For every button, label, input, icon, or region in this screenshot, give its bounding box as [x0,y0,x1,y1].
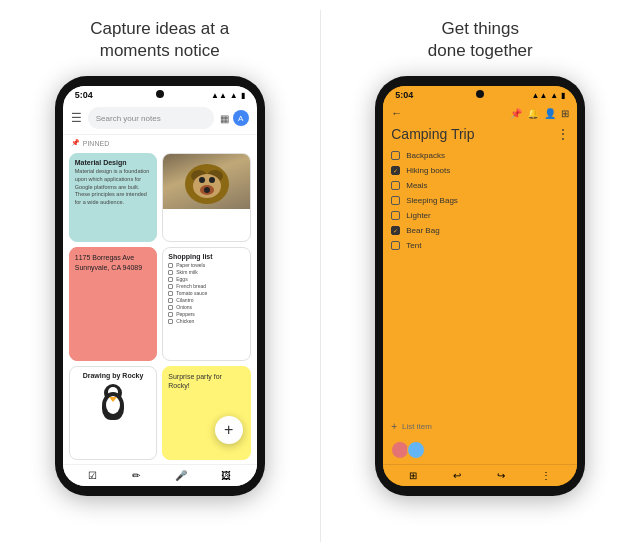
redo-icon[interactable]: ↪ [497,470,505,481]
note-shopping[interactable]: Shopping list Paper towels Skim milk Egg… [162,247,251,361]
pinned-label: 📌 PINNED [63,135,257,149]
address-text: 1175 Borregas Ave Sunnyvale, CA 94089 [75,253,152,273]
note-material-design[interactable]: Material Design Material design is a fou… [69,153,158,242]
drawing-label: Drawing by Rocky [83,372,144,379]
grid-icon[interactable]: ▦ [220,113,229,124]
check-tent[interactable]: Tent [391,238,569,253]
dog-svg [177,154,237,209]
right-phone-screen: 5:04 ▲▲ ▲ ▮ ← 📌 🔔 👤 ⊞ Camping T [383,86,577,486]
pin-toolbar-icon[interactable]: 📌 [510,108,522,119]
check-sleeping[interactable]: Sleeping Bags [391,193,569,208]
camera-dot [156,90,164,98]
check-backpacks[interactable]: Backpacks [391,148,569,163]
checkbox-sleeping[interactable] [391,196,400,205]
bottom-nav-right: ⊞ ↩ ↪ ⋮ [383,464,577,486]
toolbar-icons: ▦ A [220,110,249,126]
archive-icon[interactable]: ⊞ [561,108,569,119]
checkbox-hiking[interactable] [391,166,400,175]
user-avatar[interactable]: A [233,110,249,126]
pencil-nav-icon[interactable]: ✏ [132,470,140,481]
bottom-nav-left: ☑ ✏ 🎤 🖼 [63,464,257,486]
search-bar[interactable]: Search your notes [88,107,214,129]
right-phone: 5:04 ▲▲ ▲ ▮ ← 📌 🔔 👤 ⊞ Camping T [375,76,585,496]
item-lighter: Lighter [406,211,430,220]
checkbox-bear-bag[interactable] [391,226,400,235]
collaborators-row [383,436,577,464]
time-right: 5:04 [395,90,413,100]
check-hiking[interactable]: Hiking boots [391,163,569,178]
checkbox-nav-icon[interactable]: ☑ [88,470,97,481]
note-address[interactable]: 1175 Borregas Ave Sunnyvale, CA 94089 [69,247,158,361]
surprise-text: Surprise party for Rocky! [168,372,245,392]
add-item-row[interactable]: + List item [383,417,577,436]
signal-icon: ▲▲ [211,91,227,100]
pin-icon: 📌 [71,139,80,147]
camping-toolbar: ← 📌 🔔 👤 ⊞ [383,102,577,124]
check-bear-bag[interactable]: Bear Bag [391,223,569,238]
item-hiking: Hiking boots [406,166,450,175]
shopping-title: Shopping list [168,253,245,260]
battery-icon: ▮ [241,91,245,100]
battery-icon-r: ▮ [561,91,565,100]
left-panel-title: Capture ideas at a moments notice [90,18,229,62]
svg-point-5 [209,177,215,183]
checkbox-meals[interactable] [391,181,400,190]
notes-toolbar: ☰ Search your notes ▦ A [63,102,257,135]
penguin-illustration [98,384,128,422]
more-bottom-icon[interactable]: ⋮ [541,470,551,481]
left-panel: Capture ideas at a moments notice 5:04 ▲… [0,0,320,552]
wifi-icon: ▲ [230,91,238,100]
reminder-icon[interactable]: 🔔 [527,108,539,119]
pinned-text: PINNED [83,140,109,147]
note-drawing[interactable]: Drawing by Rocky [69,366,158,461]
back-arrow-icon[interactable]: ← [391,107,402,119]
wifi-icon-r: ▲ [550,91,558,100]
note-title-material: Material Design [75,159,152,166]
checkbox-backpacks[interactable] [391,151,400,160]
more-menu-icon[interactable]: ⋮ [557,127,569,141]
camping-title-row: Camping Trip ⋮ [383,124,577,146]
checklist: Backpacks Hiking boots Meals Sleeping Ba… [383,146,577,417]
item-backpacks: Backpacks [406,151,445,160]
item-bear-bag: Bear Bag [406,226,439,235]
collaborator-avatar-2 [407,441,425,459]
item-tent: Tent [406,241,421,250]
note-body-material: Material design is a foundation upon whi… [75,168,152,206]
checkbox-tent[interactable] [391,241,400,250]
dog-image [163,154,250,209]
camera-dot-right [476,90,484,98]
right-panel-title: Get things done together [428,18,533,62]
add-icon[interactable]: + [391,421,397,432]
check-lighter[interactable]: Lighter [391,208,569,223]
checkbox-lighter[interactable] [391,211,400,220]
left-phone-screen: 5:04 ▲▲ ▲ ▮ ☰ Search your notes ▦ A [63,86,257,486]
time-left: 5:04 [75,90,93,100]
item-meals: Meals [406,181,427,190]
search-placeholder: Search your notes [96,114,161,123]
add-bottom-icon[interactable]: ⊞ [409,470,417,481]
hamburger-icon[interactable]: ☰ [71,111,82,125]
note-dog-image[interactable] [162,153,251,242]
status-icons-right: ▲▲ ▲ ▮ [531,91,565,100]
left-phone: 5:04 ▲▲ ▲ ▮ ☰ Search your notes ▦ A [55,76,265,496]
undo-icon[interactable]: ↩ [453,470,461,481]
camping-title: Camping Trip [391,126,557,142]
shopping-items: Paper towels Skim milk Eggs French bread… [168,262,245,324]
collab-icon[interactable]: 👤 [544,108,556,119]
signal-icon-r: ▲▲ [531,91,547,100]
note-surprise[interactable]: Surprise party for Rocky! [162,366,251,461]
status-icons-left: ▲▲ ▲ ▮ [211,91,245,100]
right-panel: Get things done together 5:04 ▲▲ ▲ ▮ ← 📌… [321,0,641,552]
mic-nav-icon[interactable]: 🎤 [175,470,187,481]
svg-point-4 [199,177,205,183]
toolbar-right-icons: 📌 🔔 👤 ⊞ [510,108,569,119]
check-meals[interactable]: Meals [391,178,569,193]
image-nav-icon[interactable]: 🖼 [221,470,231,481]
fab-add-button[interactable]: + [215,416,243,444]
dog-drawing [163,154,250,209]
add-item-label: List item [402,422,432,431]
item-sleeping: Sleeping Bags [406,196,458,205]
svg-point-7 [204,187,210,193]
